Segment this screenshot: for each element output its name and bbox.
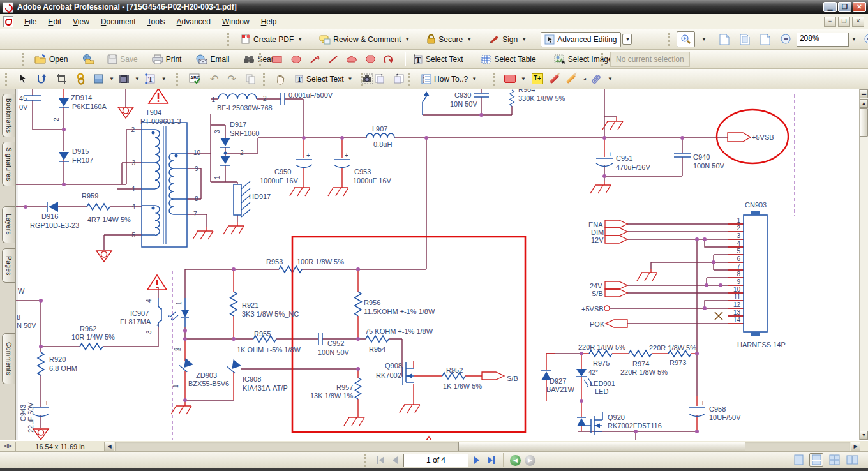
- sign-button[interactable]: Sign▼: [484, 32, 530, 47]
- zoom-tool-dropdown[interactable]: ▼: [696, 34, 710, 45]
- toolbar-grip[interactable]: [227, 33, 232, 46]
- actual-size-icon[interactable]: [718, 33, 731, 46]
- vertical-scrollbar[interactable]: ▬ ▲ ▼: [859, 89, 868, 440]
- single-page-layout-button[interactable]: [791, 453, 805, 467]
- sidebar-tab-bookmarks[interactable]: Bookmarks: [2, 94, 15, 137]
- menu-document[interactable]: Document: [95, 15, 142, 28]
- movie-tool-icon[interactable]: [118, 74, 130, 84]
- toolbar-grip[interactable]: [364, 454, 369, 467]
- zoom-level-field[interactable]: 208%: [797, 33, 849, 47]
- copy-paste-icon[interactable]: [245, 73, 256, 84]
- create-pdf-button[interactable]: Create PDF▼: [236, 31, 306, 47]
- scroll-up-button[interactable]: ▲: [860, 99, 868, 108]
- rectangle-tool-icon[interactable]: [271, 55, 283, 64]
- menu-advanced[interactable]: Advanced: [171, 15, 216, 28]
- open-web-page-button[interactable]: [78, 52, 98, 67]
- sidebar-tab-layers[interactable]: Layers: [2, 206, 15, 243]
- text-edits-tool[interactable]: T+: [532, 73, 543, 84]
- fit-page-icon[interactable]: [738, 33, 751, 46]
- menu-edit[interactable]: Edit: [42, 15, 67, 28]
- link-tool-icon[interactable]: [76, 73, 86, 85]
- toolbar-grip[interactable]: [259, 53, 264, 66]
- scroll-down-button[interactable]: ▼: [860, 431, 868, 440]
- polygon-tool-icon[interactable]: [365, 54, 376, 64]
- cloud-tool-icon[interactable]: [346, 55, 357, 64]
- previous-page-button[interactable]: [391, 456, 400, 465]
- continuous-facing-layout-button[interactable]: [827, 453, 841, 467]
- line-tool-icon[interactable]: [328, 55, 338, 64]
- sidebar-tab-signatures[interactable]: Signatures: [2, 142, 15, 186]
- hscroll-right-button[interactable]: ▶: [851, 442, 860, 451]
- open-button[interactable]: Open: [31, 52, 71, 66]
- pdf-page[interactable]: 450VZD914P6KE160A2D915FR107T904PT-009601…: [16, 89, 859, 440]
- hscroll-left-button[interactable]: ◀: [105, 442, 114, 451]
- doc-minimize-button[interactable]: −: [824, 17, 836, 27]
- toolbar-grip[interactable]: [22, 53, 27, 66]
- page-number-input[interactable]: [403, 454, 468, 467]
- vertical-scroll-thumb[interactable]: [860, 108, 868, 137]
- crop-tool-icon[interactable]: [56, 73, 67, 84]
- minimize-button[interactable]: ▁: [823, 2, 837, 12]
- attach-file-icon[interactable]: [592, 73, 601, 85]
- touchup-dropdown[interactable]: ▼: [161, 76, 167, 82]
- document-icon[interactable]: [3, 16, 13, 27]
- pencil-tool[interactable]: [549, 77, 564, 80]
- next-view-icon[interactable]: [393, 73, 405, 84]
- doc-restore-button[interactable]: ❐: [838, 17, 850, 27]
- select-object-tool-icon[interactable]: [18, 73, 27, 84]
- toolbar-grip[interactable]: [361, 73, 366, 86]
- next-view-button[interactable]: ▶: [525, 455, 535, 466]
- movie-tool-dropdown[interactable]: ▼: [135, 76, 140, 82]
- undo-icon[interactable]: ↶: [210, 73, 218, 85]
- hand-tool-icon[interactable]: [275, 73, 286, 85]
- email-button[interactable]: Email: [191, 52, 233, 67]
- menu-help[interactable]: Help: [255, 15, 283, 28]
- oval-tool-icon[interactable]: [290, 55, 302, 64]
- zoom-out-icon[interactable]: [781, 34, 791, 45]
- menu-tools[interactable]: Tools: [142, 15, 171, 28]
- attach-dropdown[interactable]: ▼: [608, 76, 613, 82]
- toolbar-grip[interactable]: [176, 73, 181, 86]
- restore-button[interactable]: ❐: [838, 2, 851, 12]
- pencil-eraser-tool[interactable]: [565, 77, 581, 80]
- horizontal-scrollbar[interactable]: [115, 442, 850, 451]
- menu-window[interactable]: Window: [216, 15, 255, 28]
- pencil-dropdown[interactable]: ◂: [583, 76, 586, 82]
- scroll-split-button[interactable]: ▬: [860, 89, 868, 98]
- annotations[interactable]: [292, 110, 788, 432]
- zoom-in-tool-button[interactable]: [677, 31, 695, 47]
- advanced-editing-button[interactable]: Advanced Editing: [541, 32, 620, 47]
- highlight-tool-dropdown[interactable]: ▼: [521, 76, 526, 82]
- horizontal-scroll-thumb[interactable]: [458, 442, 745, 451]
- schematic-canvas[interactable]: 450VZD914P6KE160A2D915FR107T904PT-009601…: [16, 89, 859, 440]
- print-button[interactable]: Print: [148, 52, 186, 67]
- article-tool-icon[interactable]: [36, 73, 47, 84]
- select-text-button[interactable]: T Select Text: [409, 52, 467, 67]
- previous-view-icon[interactable]: [373, 73, 385, 84]
- toolbar-grip[interactable]: [263, 73, 268, 86]
- select-text-tool-button[interactable]: T Select Text▼: [290, 71, 356, 86]
- sidebar-tab-pages[interactable]: Pages: [2, 248, 15, 283]
- redo-icon[interactable]: ↷: [227, 73, 236, 85]
- toolbar-grip[interactable]: [493, 73, 498, 86]
- resize-handle-icon[interactable]: ◂▮▸: [4, 443, 11, 449]
- fit-width-icon[interactable]: [759, 33, 772, 46]
- title-bar[interactable]: Adobe Acrobat Professional - [715G4546-P…: [0, 0, 868, 14]
- secure-button[interactable]: Secure▼: [423, 31, 475, 47]
- how-to-button[interactable]: 123 How To..?▼: [417, 71, 481, 87]
- spellcheck-icon[interactable]: ABC: [189, 73, 201, 84]
- menu-view[interactable]: View: [67, 15, 95, 28]
- first-page-button[interactable]: [375, 456, 387, 465]
- form-field-tool-icon[interactable]: [93, 73, 104, 84]
- highlight-rectangle-tool[interactable]: [504, 75, 516, 83]
- last-page-button[interactable]: [485, 456, 497, 465]
- review-comment-button[interactable]: Review & Comment▼: [315, 32, 414, 47]
- close-button[interactable]: ✕: [853, 2, 866, 12]
- sidebar-tab-comments[interactable]: Comments: [2, 333, 15, 384]
- toolbar-grip[interactable]: [408, 73, 414, 86]
- previous-view-button[interactable]: ◀: [510, 455, 521, 466]
- polygon-line-tool-icon[interactable]: [384, 54, 394, 64]
- advanced-editing-dropdown[interactable]: ▼: [622, 34, 632, 45]
- doc-close-button[interactable]: ✕: [852, 17, 864, 27]
- menu-file[interactable]: File: [19, 15, 42, 28]
